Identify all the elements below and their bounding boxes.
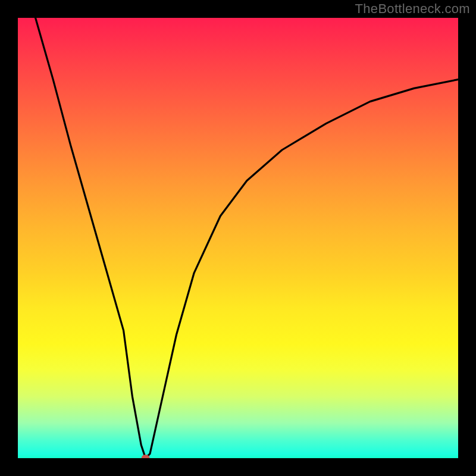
chart-svg [18,18,458,458]
plot-area [18,18,458,458]
chart-frame: TheBottleneck.com [0,0,476,476]
watermark-text: TheBottleneck.com [355,1,470,17]
bottleneck-curve [36,18,458,458]
